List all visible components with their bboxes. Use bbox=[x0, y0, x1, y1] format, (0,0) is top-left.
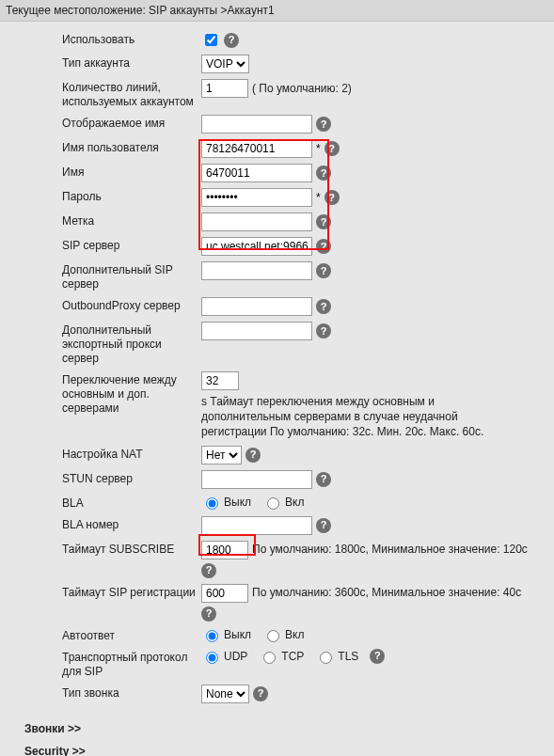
password-input[interactable] bbox=[201, 188, 312, 207]
label-sip-reg: Таймаут SIP регистрации bbox=[62, 584, 201, 600]
sip-reg-input[interactable] bbox=[201, 584, 248, 603]
help-icon[interactable]: ? bbox=[316, 239, 331, 254]
bla-num-input[interactable] bbox=[201, 516, 312, 535]
label-nat: Настройка NAT bbox=[62, 446, 201, 462]
bla-off-label: Выкл bbox=[224, 495, 251, 510]
help-icon[interactable]: ? bbox=[370, 649, 385, 664]
transport-tls-label: TLS bbox=[338, 649, 358, 664]
label-tag: Метка bbox=[62, 213, 201, 228]
label-lines: Количество линий, используемых аккаунтом bbox=[62, 79, 201, 109]
subscribe-input[interactable] bbox=[201, 541, 248, 559]
autoanswer-on-radio[interactable] bbox=[267, 630, 279, 642]
outbound-input[interactable] bbox=[201, 297, 312, 316]
label-name: Имя bbox=[62, 164, 201, 180]
label-acct-type: Тип аккаунта bbox=[62, 55, 201, 71]
stun-input[interactable] bbox=[201, 470, 312, 489]
label-add-sip: Дополнительный SIP сервер bbox=[62, 261, 201, 291]
autoanswer-off-radio[interactable] bbox=[206, 630, 218, 642]
label-add-export: Дополнительный экспортный прокси сервер bbox=[62, 322, 201, 366]
help-icon[interactable]: ? bbox=[316, 214, 331, 229]
label-display-name: Отображаемое имя bbox=[62, 115, 201, 131]
sip-account-form: Использовать ? Тип аккаунта VOIP Количес… bbox=[0, 22, 554, 713]
transport-tls-radio[interactable] bbox=[320, 652, 332, 664]
sip-server-input[interactable] bbox=[201, 237, 312, 256]
switch-input[interactable] bbox=[201, 371, 239, 390]
transport-udp-label: UDP bbox=[224, 649, 247, 664]
help-icon[interactable]: ? bbox=[201, 563, 216, 578]
help-icon[interactable]: ? bbox=[316, 472, 331, 487]
bla-off-radio[interactable] bbox=[206, 497, 218, 510]
transport-tcp-radio[interactable] bbox=[263, 652, 276, 664]
help-icon[interactable]: ? bbox=[316, 165, 331, 181]
use-checkbox[interactable] bbox=[205, 34, 217, 46]
username-input[interactable] bbox=[201, 139, 312, 158]
help-icon[interactable]: ? bbox=[201, 606, 216, 622]
label-password: Пароль bbox=[62, 188, 201, 204]
switch-hint: s Таймаут переключения между основным и … bbox=[201, 394, 502, 440]
label-sip-server: SIP сервер bbox=[62, 237, 201, 253]
help-icon[interactable]: ? bbox=[316, 117, 331, 132]
label-switch: Переключение между основным и доп. серве… bbox=[62, 371, 201, 416]
name-input[interactable] bbox=[201, 164, 312, 182]
sip-reg-hint: По умолчанию: 3600с, Минимальное значени… bbox=[252, 585, 521, 600]
label-username: Имя пользователя bbox=[62, 139, 201, 155]
required-mark: * bbox=[316, 190, 321, 205]
label-subscribe: Таймаут SUBSCRIBE bbox=[62, 541, 201, 557]
nat-select[interactable]: Нет bbox=[201, 446, 242, 465]
help-icon[interactable]: ? bbox=[324, 190, 340, 205]
required-mark: * bbox=[316, 141, 321, 156]
help-icon[interactable]: ? bbox=[316, 263, 331, 278]
help-icon[interactable]: ? bbox=[324, 141, 340, 156]
label-autoanswer: Автоответ bbox=[62, 627, 201, 643]
label-bla-num: BLA номер bbox=[62, 516, 201, 532]
help-icon[interactable]: ? bbox=[316, 518, 331, 533]
bla-on-label: Вкл bbox=[285, 495, 304, 510]
lines-hint: ( По умолчанию: 2) bbox=[252, 81, 352, 96]
display-name-input[interactable] bbox=[201, 115, 312, 134]
bla-on-radio[interactable] bbox=[267, 497, 279, 510]
autoanswer-off-label: Выкл bbox=[224, 627, 251, 642]
add-export-input[interactable] bbox=[201, 322, 312, 340]
help-icon[interactable]: ? bbox=[253, 686, 268, 701]
subscribe-hint: По умолчанию: 1800с, Минимальное значени… bbox=[252, 542, 528, 557]
autoanswer-on-label: Вкл bbox=[285, 627, 304, 642]
acct-type-select[interactable]: VOIP bbox=[201, 55, 249, 73]
section-calls[interactable]: Звонки >> bbox=[24, 722, 554, 735]
label-transport: Транспортный протокол для SIP bbox=[62, 649, 201, 679]
label-outbound: OutboundProxy сервер bbox=[62, 297, 201, 313]
lines-input[interactable] bbox=[201, 79, 248, 98]
help-icon[interactable]: ? bbox=[316, 299, 331, 314]
label-ring-type: Тип звонка bbox=[62, 685, 201, 701]
label-use: Использовать bbox=[62, 31, 201, 47]
help-icon[interactable]: ? bbox=[316, 323, 331, 339]
breadcrumb: Текущее местоположение: SIP аккаунты >Ак… bbox=[0, 0, 554, 22]
tag-input[interactable] bbox=[201, 213, 312, 231]
help-icon[interactable]: ? bbox=[245, 448, 261, 463]
transport-tcp-label: TCP bbox=[281, 649, 304, 664]
ring-type-select[interactable]: None bbox=[201, 685, 249, 703]
section-security[interactable]: Security >> bbox=[24, 745, 554, 756]
label-bla: BLA bbox=[62, 495, 201, 511]
help-icon[interactable]: ? bbox=[224, 33, 239, 48]
label-stun: STUN сервер bbox=[62, 470, 201, 486]
add-sip-input[interactable] bbox=[201, 261, 312, 280]
transport-udp-radio[interactable] bbox=[206, 652, 218, 664]
